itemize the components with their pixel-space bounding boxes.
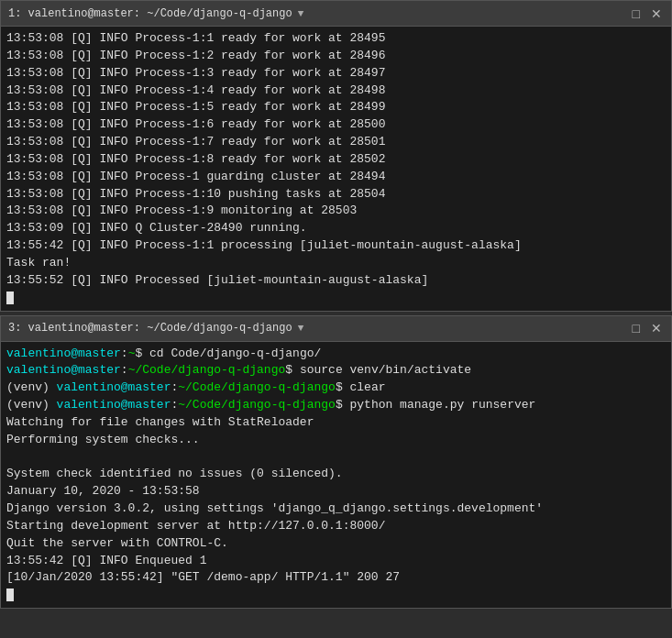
terminal-line: (venv) valentino@master:~/Code/django-q-… [6,397,666,414]
titlebar-1: 1: valentino@master: ~/Code/django-q-dja… [1,1,671,27]
terminal-line: 13:53:08 [Q] INFO Process-1:5 ready for … [6,99,666,116]
terminal-window-1: 1: valentino@master: ~/Code/django-q-dja… [0,0,672,312]
terminal-line: [10/Jan/2020 13:55:42] "GET /demo-app/ H… [6,569,666,587]
terminal-line: Task ran! [6,255,666,272]
terminal-line: 13:53:08 [Q] INFO Process-1:8 ready for … [6,151,666,169]
close-button-3[interactable]: ✕ [649,322,664,335]
terminal-line: 13:55:52 [Q] INFO Processed [juliet-moun… [6,272,666,290]
prompt-user: valentino@master [6,346,121,360]
terminal-line: 13:53:08 [Q] INFO Process-1 guarding clu… [6,169,666,186]
prompt-dollar: $ [285,363,292,377]
venv-label: (venv) [6,398,57,412]
terminal-cursor-3 [6,588,14,601]
titlebar-left-1: 1: valentino@master: ~/Code/django-q-dja… [8,7,303,20]
titlebar-buttons-3: □ ✕ [631,322,664,335]
prompt-user: valentino@master [57,380,171,394]
prompt-colon: : [121,363,128,377]
terminal-line: valentino@master:~/Code/django-q-django$… [6,362,666,380]
prompt-path: ~/Code/django-q-django [128,363,286,377]
titlebar-3: 3: valentino@master: ~/Code/django-q-dja… [1,316,671,342]
prompt-path: ~/Code/django-q-django [178,398,336,412]
titlebar-buttons-1: □ ✕ [631,7,664,20]
prompt-cmd: cd Code/django-q-django/ [142,346,321,360]
titlebar-left-3: 3: valentino@master: ~/Code/django-q-dja… [8,322,303,335]
terminal-line: 13:53:08 [Q] INFO Process-1:7 ready for … [6,134,666,151]
prompt-user: valentino@master [6,363,121,377]
terminal-title-1: 1: valentino@master: ~/Code/django-q-dja… [8,7,292,20]
terminal-line: Starting development server at http://12… [6,518,666,535]
terminal-body-3: valentino@master:~$ cd Code/django-q-dja… [1,342,671,609]
minimize-button-3[interactable]: □ [631,322,642,335]
terminal-window-3: 3: valentino@master: ~/Code/django-q-dja… [0,315,672,610]
dropdown-arrow-3[interactable]: ▼ [298,323,304,334]
terminal-line: January 10, 2020 - 13:53:58 [6,483,666,500]
terminal-cursor [6,292,14,304]
terminal-line: 13:53:08 [Q] INFO Process-1:4 ready for … [6,82,666,100]
minimize-button-1[interactable]: □ [631,7,642,20]
prompt-cmd: clear [343,380,386,394]
prompt-cmd: source venv/bin/activate [292,363,471,377]
terminal-line [6,449,666,467]
close-button-1[interactable]: ✕ [649,7,664,20]
terminal-line: System check identified no issues (0 sil… [6,466,666,483]
terminal-line: 13:55:42 [Q] INFO Process-1:1 processing… [6,237,666,255]
terminal-cursor-line-3 [6,587,666,604]
terminal-line: valentino@master:~$ cd Code/django-q-dja… [6,346,666,363]
terminal-line: 13:55:42 [Q] INFO Enqueued 1 [6,553,666,570]
venv-label: (venv) [6,380,57,394]
prompt-user: valentino@master [57,398,171,412]
terminal-line: Quit the server with CONTROL-C. [6,535,666,553]
terminal-line: 13:53:08 [Q] INFO Process-1:9 monitoring… [6,203,666,220]
terminal-line: Watching for file changes with StatReloa… [6,414,666,432]
prompt-dollar: $ [336,380,343,394]
terminal-line: Django version 3.0.2, using settings 'dj… [6,500,666,518]
dropdown-arrow-1[interactable]: ▼ [298,8,304,19]
terminal-line: 13:53:08 [Q] INFO Process-1:3 ready for … [6,65,666,82]
terminal-cursor-line [6,290,666,307]
prompt-path: ~/Code/django-q-django [178,380,336,394]
terminal-line: 13:53:08 [Q] INFO Process-1:6 ready for … [6,116,666,134]
terminal-body-1: 13:53:08 [Q] INFO Process-1:1 ready for … [1,27,671,311]
prompt-colon: : [121,346,128,360]
terminal-line: (venv) valentino@master:~/Code/django-q-… [6,380,666,397]
terminal-title-3: 3: valentino@master: ~/Code/django-q-dja… [8,322,292,335]
terminal-line: Performing system checks... [6,432,666,449]
terminal-line: 13:53:08 [Q] INFO Process-1:2 ready for … [6,48,666,65]
terminal-line: 13:53:08 [Q] INFO Process-1:1 ready for … [6,30,666,48]
terminal-line: 13:53:08 [Q] INFO Process-1:10 pushing t… [6,186,666,204]
prompt-cmd: python manage.py runserver [343,398,536,412]
terminal-line: 13:53:09 [Q] INFO Q Cluster-28490 runnin… [6,220,666,237]
prompt-dollar: $ [336,398,343,412]
